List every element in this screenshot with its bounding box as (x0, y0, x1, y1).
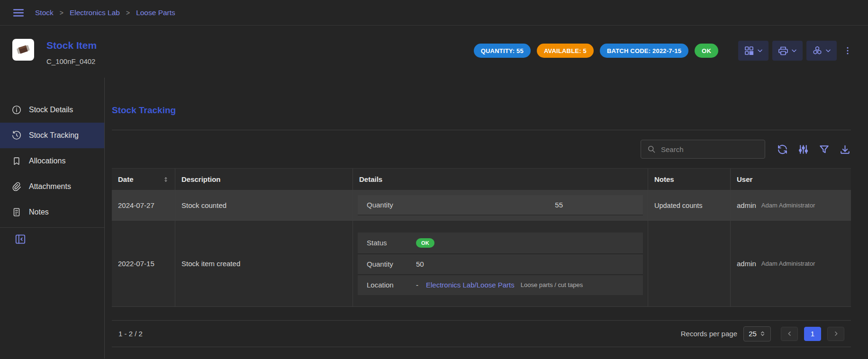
column-header-description: Description (175, 169, 353, 190)
record-range: 1 - 2 / 2 (118, 330, 143, 338)
sidebar-collapse-button[interactable] (14, 233, 27, 245)
location-description: Loose parts / cut tapes (521, 281, 583, 288)
table-row[interactable]: 2022-07-15 Stock item created Status OK … (112, 221, 851, 307)
table-footer: 1 - 2 / 2 Records per page 25 1 (112, 320, 851, 347)
breadcrumb: Stock > Electronics Lab > Loose Parts (35, 9, 175, 17)
printer-icon (778, 45, 789, 56)
search-box (641, 140, 765, 159)
chevron-down-icon (824, 47, 832, 54)
chevron-down-icon (790, 47, 798, 54)
print-actions-button[interactable] (772, 41, 803, 61)
column-header-details: Details (353, 169, 648, 190)
chevron-right-icon (832, 330, 840, 337)
breadcrumb-loose-parts[interactable]: Loose Parts (136, 9, 175, 17)
stock-tracking-panel: Stock Tracking (105, 78, 868, 359)
table-header-row: Date Description Details Notes User (112, 169, 851, 190)
search-icon (647, 144, 656, 154)
top-navigation-bar: Stock > Electronics Lab > Loose Parts (0, 0, 868, 26)
page-1-button[interactable]: 1 (804, 327, 821, 341)
sidebar-item-allocations[interactable]: Allocations (0, 148, 104, 174)
cell-user: admin Adam Administrator (731, 221, 851, 306)
sidebar-item-label: Attachments (29, 182, 71, 191)
table-columns-button[interactable] (797, 144, 809, 155)
refresh-button[interactable] (777, 144, 788, 155)
status-ok-badge: OK (695, 44, 718, 58)
records-per-page-label: Records per page (681, 330, 737, 338)
breadcrumb-separator: > (60, 9, 63, 17)
cell-description: Stock item created (175, 221, 353, 306)
cell-date: 2022-07-15 (112, 221, 175, 306)
pagination: Records per page 25 1 (681, 326, 844, 341)
qrcode-icon (743, 45, 755, 56)
breadcrumb-electronics-lab[interactable]: Electronics Lab (70, 9, 120, 17)
panel-title: Stock Tracking (112, 105, 851, 116)
more-options-button[interactable] (841, 41, 855, 61)
breadcrumb-separator: > (126, 9, 130, 17)
select-stepper-icon (760, 331, 766, 337)
cell-details: Status OK Quantity 50 Location - Electro… (353, 221, 648, 306)
location-link[interactable]: Electronics Lab/Loose Parts (426, 281, 515, 289)
batch-code-badge: BATCH CODE: 2022-7-15 (600, 44, 688, 58)
location-dash: - (416, 281, 418, 289)
adjustments-icon (797, 144, 809, 155)
table-spacer (112, 307, 851, 320)
status-ok-badge: OK (416, 238, 434, 248)
quantity-value: 55 (416, 201, 563, 209)
sidebar-item-label: Allocations (29, 157, 65, 165)
detail-location: Location - Electronics Lab/Loose Parts L… (358, 274, 643, 295)
cell-user: admin Adam Administrator (731, 190, 851, 220)
cell-description: Stock counted (175, 190, 353, 220)
sidebar-collapse-icon (14, 233, 27, 245)
breadcrumb-stock[interactable]: Stock (35, 9, 54, 17)
sidebar-item-stock-tracking[interactable]: Stock Tracking (0, 123, 104, 148)
page-size-select[interactable]: 25 (743, 326, 771, 341)
dots-vertical-icon (842, 45, 853, 56)
sidebar-divider (0, 227, 104, 228)
filter-icon (818, 144, 830, 155)
packages-icon (812, 45, 823, 56)
username: admin (737, 260, 756, 268)
cell-notes (648, 221, 731, 306)
table-row[interactable]: 2024-07-27 Stock counted Quantity 55 Upd… (112, 190, 851, 221)
part-thumbnail[interactable] (12, 39, 34, 61)
menu-hamburger-icon[interactable] (12, 7, 25, 19)
previous-page-button[interactable] (781, 327, 798, 341)
user-fullname: Adam Administrator (761, 202, 815, 209)
sidebar-item-notes[interactable]: Notes (0, 199, 104, 225)
column-header-date[interactable]: Date (112, 169, 175, 190)
history-icon (11, 130, 22, 141)
stock-operations-button[interactable] (806, 41, 837, 61)
available-badge: AVAILABLE: 5 (537, 44, 594, 58)
filter-button[interactable] (818, 144, 830, 155)
sidebar-item-label: Notes (29, 208, 49, 216)
chevron-down-icon (756, 47, 764, 54)
sidebar-item-label: Stock Tracking (29, 131, 79, 140)
quantity-badge: QUANTITY: 55 (474, 44, 531, 58)
cell-date: 2024-07-27 (112, 190, 175, 220)
download-icon (839, 144, 851, 155)
paperclip-icon (11, 181, 22, 192)
panel-divider (112, 130, 851, 130)
info-circle-icon (11, 105, 22, 115)
column-header-user: User (731, 169, 851, 190)
stock-item-sidebar: Stock Details Stock Tracking Allocations… (0, 78, 105, 359)
download-button[interactable] (839, 144, 851, 155)
barcode-actions-button[interactable] (738, 41, 769, 61)
search-input[interactable] (661, 145, 759, 153)
cell-details: Quantity 55 (353, 190, 648, 220)
sort-icon (163, 176, 169, 183)
user-fullname: Adam Administrator (761, 260, 815, 267)
notes-icon (11, 207, 22, 217)
refresh-icon (777, 144, 788, 155)
detail-quantity: Quantity 55 (358, 195, 643, 215)
table-toolbar (112, 140, 851, 159)
sidebar-item-stock-details[interactable]: Stock Details (0, 97, 104, 123)
sidebar-item-attachments[interactable]: Attachments (0, 174, 104, 199)
stock-item-header: Stock Item C_100nF_0402 QUANTITY: 55 AVA… (0, 26, 868, 78)
sidebar-item-label: Stock Details (29, 106, 73, 114)
column-header-notes: Notes (648, 169, 731, 190)
page-title: Stock Item (46, 40, 97, 51)
next-page-button[interactable] (827, 327, 844, 341)
stock-item-name: C_100nF_0402 (46, 57, 97, 65)
detail-status: Status OK (358, 233, 643, 253)
